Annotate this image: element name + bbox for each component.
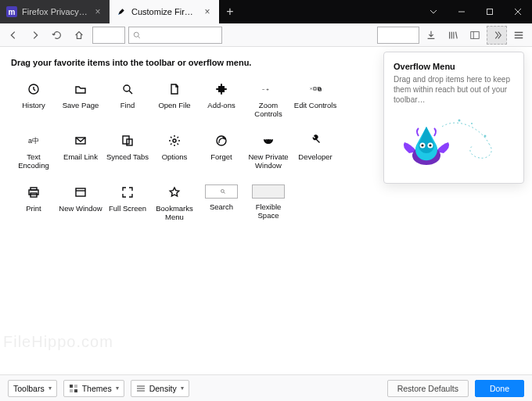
done-button[interactable]: Done: [475, 380, 524, 397]
svg-rect-12: [318, 88, 321, 91]
forward-button[interactable]: [25, 26, 45, 45]
item-synced-tabs[interactable]: Synced Tabs: [105, 130, 150, 174]
item-label: History: [22, 102, 45, 110]
home-button[interactable]: [69, 26, 89, 45]
svg-rect-10: [314, 88, 316, 90]
close-icon[interactable]: ×: [92, 6, 103, 17]
searchbox-icon: [205, 184, 238, 199]
reload-button[interactable]: [47, 26, 67, 45]
item-developer[interactable]: Developer: [293, 130, 338, 174]
dropdown-label: Toolbars: [13, 384, 45, 393]
svg-rect-39: [74, 389, 77, 392]
close-icon[interactable]: ×: [202, 6, 213, 17]
new-tab-button[interactable]: +: [219, 0, 241, 23]
item-label: Flexible Space: [246, 203, 290, 220]
overflow-illustration: [395, 113, 512, 175]
maximize-icon[interactable]: [476, 0, 504, 23]
item-new-private[interactable]: New Private Window: [246, 130, 291, 174]
item-history[interactable]: History: [11, 78, 56, 122]
svg-point-29: [471, 123, 473, 124]
item-label: Bookmarks Menu: [153, 205, 196, 222]
hamburger-menu[interactable]: [509, 26, 529, 45]
nav-toolbar: [0, 23, 532, 47]
item-addons[interactable]: Add-ons: [199, 78, 244, 122]
item-zoom[interactable]: − +Zoom Controls: [246, 78, 291, 122]
library-button[interactable]: [443, 26, 463, 45]
toolbars-dropdown[interactable]: Toolbars ▾: [8, 380, 57, 397]
star-icon: [167, 184, 182, 200]
customize-footer: Toolbars ▾ Themes ▾ Density ▾ Restore De…: [0, 374, 532, 401]
close-window-icon[interactable]: [504, 0, 532, 23]
svg-line-27: [223, 192, 225, 193]
drop-icon[interactable]: [419, 0, 448, 23]
item-print[interactable]: Print: [11, 181, 56, 225]
dropdown-label: Density: [149, 384, 177, 393]
url-bar[interactable]: [92, 27, 125, 44]
mail-icon: [73, 133, 88, 149]
synced-tabs-icon: [120, 133, 135, 149]
item-options[interactable]: Options: [152, 130, 197, 174]
overflow-desc: Drag and drop items here to keep them wi…: [394, 74, 514, 105]
svg-rect-1: [487, 9, 493, 15]
overflow-panel[interactable]: Overflow Menu Drag and drop items here t…: [383, 52, 524, 184]
item-email-link[interactable]: Email Link: [58, 130, 103, 174]
svg-text:− +: − +: [262, 87, 269, 91]
svg-point-17: [173, 139, 176, 142]
item-save-page[interactable]: Save Page: [58, 78, 103, 122]
item-search[interactable]: Search: [199, 181, 244, 225]
tab-label: Customize Firefox: [131, 7, 197, 16]
puzzle-icon: [214, 81, 229, 97]
svg-point-19: [266, 140, 268, 141]
file-icon: [167, 81, 182, 97]
search-bar-left[interactable]: [128, 27, 222, 44]
density-icon: [136, 384, 146, 393]
themes-dropdown[interactable]: Themes ▾: [63, 380, 124, 397]
svg-point-33: [421, 144, 423, 146]
titlebar: m Firefox Privacy Notice — Mozi × Custom…: [0, 0, 532, 23]
item-label: Add-ons: [207, 102, 235, 110]
item-label: Forget: [210, 153, 232, 162]
svg-rect-24: [76, 188, 85, 196]
chevron-down-icon: ▾: [116, 385, 119, 392]
item-bookmarks-menu[interactable]: Bookmarks Menu: [152, 181, 197, 225]
item-forget[interactable]: Forget: [199, 130, 244, 174]
svg-rect-15: [123, 136, 129, 144]
svg-line-3: [138, 36, 140, 38]
item-open-file[interactable]: Open File: [152, 78, 197, 122]
sidebar-button[interactable]: [465, 26, 485, 45]
minimize-icon[interactable]: [448, 0, 476, 23]
overflow-button[interactable]: [487, 26, 507, 45]
window-controls: [419, 0, 532, 23]
svg-rect-37: [74, 385, 77, 388]
tab-label: Firefox Privacy Notice — Mozi: [22, 7, 88, 16]
tab-privacy-notice[interactable]: m Firefox Privacy Notice — Mozi ×: [0, 0, 110, 23]
item-full-screen[interactable]: Full Screen: [105, 181, 150, 225]
item-text-encoding[interactable]: a中Text Encoding: [11, 130, 56, 174]
tab-strip: m Firefox Privacy Notice — Mozi × Custom…: [0, 0, 419, 23]
svg-point-2: [134, 32, 138, 37]
svg-point-20: [270, 140, 271, 141]
item-label: Find: [120, 102, 135, 110]
svg-point-7: [124, 85, 130, 91]
item-label: Synced Tabs: [106, 153, 149, 162]
svg-point-18: [217, 136, 226, 145]
search-bar-right[interactable]: [377, 27, 419, 44]
item-label: Print: [26, 205, 41, 213]
item-edit[interactable]: Edit Controls: [293, 78, 338, 122]
item-label: New Private Window: [246, 153, 290, 170]
folder-icon: [73, 81, 88, 97]
restore-defaults-button[interactable]: Restore Defaults: [387, 380, 469, 397]
svg-point-28: [458, 120, 461, 122]
density-dropdown[interactable]: Density ▾: [131, 380, 189, 397]
watermark: FileHippo.com: [3, 333, 113, 351]
edit-icon: [307, 81, 323, 97]
item-find[interactable]: Find: [105, 78, 150, 122]
back-button[interactable]: [3, 26, 23, 45]
customize-pane: Drag your favorite items into the toolba…: [0, 47, 532, 374]
item-flexible-space[interactable]: Flexible Space: [246, 181, 291, 225]
downloads-button[interactable]: [421, 26, 441, 45]
tab-customize[interactable]: Customize Firefox ×: [110, 0, 219, 23]
svg-line-8: [129, 91, 132, 94]
item-new-window[interactable]: New Window: [58, 181, 103, 225]
svg-rect-4: [471, 31, 480, 38]
